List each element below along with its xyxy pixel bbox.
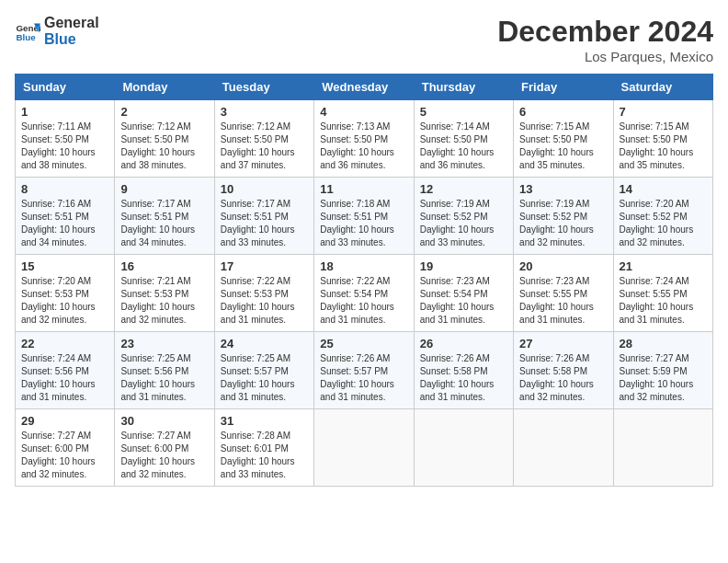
calendar-day-cell: 16Sunrise: 7:21 AMSunset: 5:53 PMDayligh… <box>115 255 214 332</box>
day-info: Sunrise: 7:27 AMSunset: 6:00 PMDaylight:… <box>120 430 208 481</box>
calendar-day-cell: 12Sunrise: 7:19 AMSunset: 5:52 PMDayligh… <box>414 178 513 255</box>
day-info: Sunrise: 7:17 AMSunset: 5:51 PMDaylight:… <box>221 198 308 249</box>
day-number: 12 <box>420 182 507 196</box>
day-info: Sunrise: 7:13 AMSunset: 5:50 PMDaylight:… <box>320 121 407 172</box>
calendar-day-cell: 27Sunrise: 7:26 AMSunset: 5:58 PMDayligh… <box>514 332 613 409</box>
day-info: Sunrise: 7:26 AMSunset: 5:57 PMDaylight:… <box>320 352 407 404</box>
day-number: 27 <box>519 337 607 350</box>
day-number: 1 <box>21 105 108 119</box>
day-info: Sunrise: 7:26 AMSunset: 5:58 PMDaylight:… <box>519 352 607 404</box>
calendar-day-cell: 20Sunrise: 7:23 AMSunset: 5:55 PMDayligh… <box>514 255 613 332</box>
day-info: Sunrise: 7:27 AMSunset: 5:59 PMDaylight:… <box>620 352 707 404</box>
day-info: Sunrise: 7:22 AMSunset: 5:54 PMDaylight:… <box>320 275 407 327</box>
day-info: Sunrise: 7:12 AMSunset: 5:50 PMDaylight:… <box>120 121 208 172</box>
location: Los Parques, Mexico <box>497 49 713 64</box>
calendar-day-cell: 5Sunrise: 7:14 AMSunset: 5:50 PMDaylight… <box>414 100 513 178</box>
day-number: 7 <box>620 105 707 119</box>
day-info: Sunrise: 7:17 AMSunset: 5:51 PMDaylight:… <box>120 198 208 249</box>
calendar-week-row: 29Sunrise: 7:27 AMSunset: 6:00 PMDayligh… <box>16 409 713 487</box>
day-number: 13 <box>519 182 607 196</box>
calendar-day-cell: 4Sunrise: 7:13 AMSunset: 5:50 PMDaylight… <box>314 100 414 178</box>
calendar-day-cell: 31Sunrise: 7:28 AMSunset: 6:01 PMDayligh… <box>214 409 313 487</box>
calendar-day-cell <box>314 409 414 487</box>
day-number: 6 <box>519 105 607 119</box>
day-number: 14 <box>620 182 707 196</box>
day-info: Sunrise: 7:16 AMSunset: 5:51 PMDaylight:… <box>21 198 108 249</box>
day-number: 17 <box>221 259 308 273</box>
day-info: Sunrise: 7:26 AMSunset: 5:58 PMDaylight:… <box>420 352 507 404</box>
day-info: Sunrise: 7:25 AMSunset: 5:56 PMDaylight:… <box>120 352 208 404</box>
calendar-day-cell: 21Sunrise: 7:24 AMSunset: 5:55 PMDayligh… <box>613 255 712 332</box>
day-info: Sunrise: 7:20 AMSunset: 5:53 PMDaylight:… <box>21 275 108 327</box>
logo-icon: General Blue <box>15 18 40 44</box>
calendar-day-cell: 24Sunrise: 7:25 AMSunset: 5:57 PMDayligh… <box>214 332 313 409</box>
day-number: 29 <box>21 414 108 428</box>
calendar-day-cell: 13Sunrise: 7:19 AMSunset: 5:52 PMDayligh… <box>514 178 613 255</box>
calendar-day-cell: 10Sunrise: 7:17 AMSunset: 5:51 PMDayligh… <box>214 178 313 255</box>
weekday-header: Thursday <box>414 75 513 100</box>
calendar-day-cell: 2Sunrise: 7:12 AMSunset: 5:50 PMDaylight… <box>115 100 214 178</box>
day-number: 2 <box>120 105 208 119</box>
day-info: Sunrise: 7:23 AMSunset: 5:55 PMDaylight:… <box>519 275 607 327</box>
calendar-day-cell: 8Sunrise: 7:16 AMSunset: 5:51 PMDaylight… <box>16 178 115 255</box>
day-number: 8 <box>21 182 108 196</box>
weekday-header: Wednesday <box>314 75 414 100</box>
title-block: December 2024 Los Parques, Mexico <box>497 15 713 64</box>
day-info: Sunrise: 7:27 AMSunset: 6:00 PMDaylight:… <box>21 430 108 481</box>
day-number: 20 <box>519 259 607 273</box>
logo: General Blue General Blue <box>15 15 99 47</box>
day-info: Sunrise: 7:25 AMSunset: 5:57 PMDaylight:… <box>221 352 308 404</box>
calendar-day-cell: 15Sunrise: 7:20 AMSunset: 5:53 PMDayligh… <box>16 255 115 332</box>
weekday-header: Sunday <box>16 75 115 100</box>
calendar-day-cell: 18Sunrise: 7:22 AMSunset: 5:54 PMDayligh… <box>314 255 414 332</box>
calendar-day-cell: 25Sunrise: 7:26 AMSunset: 5:57 PMDayligh… <box>314 332 414 409</box>
day-info: Sunrise: 7:28 AMSunset: 6:01 PMDaylight:… <box>221 430 308 481</box>
calendar-day-cell: 14Sunrise: 7:20 AMSunset: 5:52 PMDayligh… <box>613 178 712 255</box>
day-info: Sunrise: 7:18 AMSunset: 5:51 PMDaylight:… <box>320 198 407 249</box>
calendar-day-cell: 28Sunrise: 7:27 AMSunset: 5:59 PMDayligh… <box>613 332 712 409</box>
day-number: 23 <box>120 337 208 350</box>
day-info: Sunrise: 7:20 AMSunset: 5:52 PMDaylight:… <box>620 198 707 249</box>
day-number: 21 <box>620 259 707 273</box>
day-info: Sunrise: 7:12 AMSunset: 5:50 PMDaylight:… <box>221 121 308 172</box>
day-info: Sunrise: 7:15 AMSunset: 5:50 PMDaylight:… <box>620 121 707 172</box>
calendar-day-cell: 19Sunrise: 7:23 AMSunset: 5:54 PMDayligh… <box>414 255 513 332</box>
calendar-day-cell <box>414 409 513 487</box>
day-number: 10 <box>221 182 308 196</box>
day-number: 31 <box>221 414 308 428</box>
calendar-day-cell: 6Sunrise: 7:15 AMSunset: 5:50 PMDaylight… <box>514 100 613 178</box>
day-number: 3 <box>221 105 308 119</box>
weekday-header: Monday <box>115 75 214 100</box>
day-number: 28 <box>620 337 707 350</box>
calendar-week-row: 8Sunrise: 7:16 AMSunset: 5:51 PMDaylight… <box>16 178 713 255</box>
day-info: Sunrise: 7:24 AMSunset: 5:56 PMDaylight:… <box>21 352 108 404</box>
day-number: 9 <box>120 182 208 196</box>
day-number: 18 <box>320 259 407 273</box>
day-info: Sunrise: 7:22 AMSunset: 5:53 PMDaylight:… <box>221 275 308 327</box>
day-info: Sunrise: 7:24 AMSunset: 5:55 PMDaylight:… <box>620 275 707 327</box>
calendar-day-cell: 9Sunrise: 7:17 AMSunset: 5:51 PMDaylight… <box>115 178 214 255</box>
day-number: 19 <box>420 259 507 273</box>
svg-text:Blue: Blue <box>16 31 36 41</box>
day-info: Sunrise: 7:11 AMSunset: 5:50 PMDaylight:… <box>21 121 108 172</box>
calendar-day-cell: 23Sunrise: 7:25 AMSunset: 5:56 PMDayligh… <box>115 332 214 409</box>
day-info: Sunrise: 7:21 AMSunset: 5:53 PMDaylight:… <box>120 275 208 327</box>
page-header: General Blue General Blue December 2024 … <box>15 15 713 64</box>
day-number: 25 <box>320 337 407 350</box>
calendar-day-cell: 30Sunrise: 7:27 AMSunset: 6:00 PMDayligh… <box>115 409 214 487</box>
day-number: 4 <box>320 105 407 119</box>
day-info: Sunrise: 7:15 AMSunset: 5:50 PMDaylight:… <box>519 121 607 172</box>
day-number: 5 <box>420 105 507 119</box>
calendar-day-cell: 26Sunrise: 7:26 AMSunset: 5:58 PMDayligh… <box>414 332 513 409</box>
calendar-week-row: 22Sunrise: 7:24 AMSunset: 5:56 PMDayligh… <box>16 332 713 409</box>
calendar-day-cell: 11Sunrise: 7:18 AMSunset: 5:51 PMDayligh… <box>314 178 414 255</box>
calendar-day-cell: 7Sunrise: 7:15 AMSunset: 5:50 PMDaylight… <box>613 100 712 178</box>
calendar-week-row: 1Sunrise: 7:11 AMSunset: 5:50 PMDaylight… <box>16 100 713 178</box>
day-number: 30 <box>120 414 208 428</box>
calendar-week-row: 15Sunrise: 7:20 AMSunset: 5:53 PMDayligh… <box>16 255 713 332</box>
day-number: 24 <box>221 337 308 350</box>
calendar-day-cell: 22Sunrise: 7:24 AMSunset: 5:56 PMDayligh… <box>16 332 115 409</box>
calendar-day-cell: 29Sunrise: 7:27 AMSunset: 6:00 PMDayligh… <box>16 409 115 487</box>
day-info: Sunrise: 7:23 AMSunset: 5:54 PMDaylight:… <box>420 275 507 327</box>
calendar-day-cell: 1Sunrise: 7:11 AMSunset: 5:50 PMDaylight… <box>16 100 115 178</box>
